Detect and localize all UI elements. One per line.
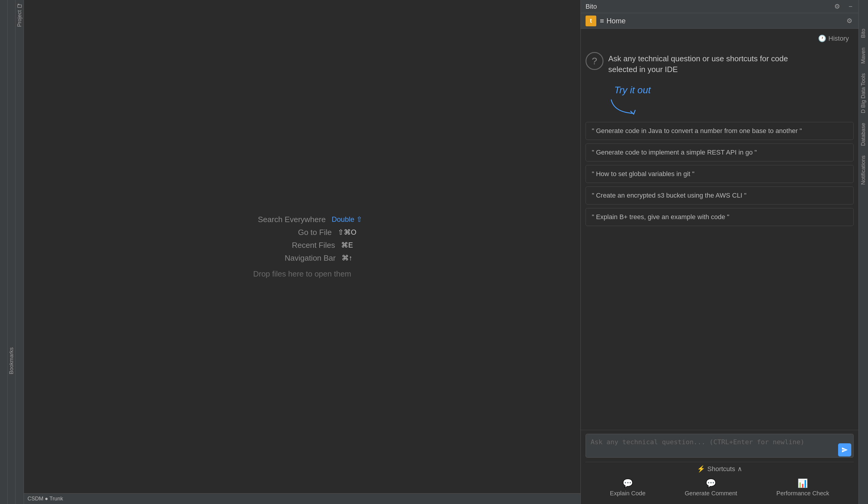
bito-title: Bito — [586, 3, 597, 10]
try-it-out-text: Try it out — [614, 85, 651, 95]
home-hamburger-icon: ≡ — [600, 17, 604, 25]
shortcuts-actions: 💬 Explain Code 💬 Generate Comment 📊 Perf… — [590, 476, 849, 501]
send-icon — [841, 446, 848, 453]
suggestion-item-4[interactable]: " Explain B+ trees, give an example with… — [586, 208, 854, 226]
shortcuts-bolt-icon: ⚡ — [697, 465, 705, 473]
history-button[interactable]: 🕐 History — [586, 32, 854, 45]
bito-send-button[interactable] — [838, 443, 851, 456]
shortcut-label-nav: Navigation Bar — [252, 254, 336, 263]
bito-titlebar: Bito ⚙ − — [581, 0, 858, 13]
generate-comment-label: Generate Comment — [685, 490, 737, 497]
bito-hero: ? Ask any technical question or use shor… — [586, 50, 854, 78]
status-bar-text: CSDM ● Trunk — [28, 496, 63, 502]
shortcut-explain-code[interactable]: 💬 Explain Code — [610, 478, 645, 497]
shortcut-recent-files: Recent Files ⌘E — [251, 241, 353, 250]
shortcuts-label: Shortcuts — [707, 465, 735, 473]
vertical-tab-bito[interactable]: Bito — [858, 24, 868, 43]
bito-hero-icon: ? — [586, 52, 603, 70]
bookmarks-sidebar: Bookmarks — [8, 0, 16, 504]
home-label: Home — [607, 17, 626, 25]
left-sidebar: Project — [16, 0, 24, 504]
suggestion-item-0[interactable]: " Generate code in Java to convert a num… — [586, 122, 854, 140]
main-ide-area: Search Everywhere Double ⇧ Go to File ⇧⌘… — [24, 0, 580, 504]
shortcut-key-recent: ⌘E — [341, 241, 353, 249]
suggestion-item-3[interactable]: " Create an encrypted s3 bucket using th… — [586, 186, 854, 205]
shortcut-search-everywhere: Search Everywhere Double ⇧ — [242, 215, 363, 224]
bito-avatar: t — [586, 16, 596, 26]
shortcuts-footer: ⚡ Shortcuts ∧ 💬 Explain Code 💬 Generate … — [586, 462, 854, 501]
bookmarks-label[interactable]: Bookmarks — [8, 347, 15, 374]
explain-code-label: Explain Code — [610, 490, 645, 497]
shortcut-goto-file: Go to File ⇧⌘O — [248, 228, 356, 237]
shortcut-key-nav: ⌘↑ — [342, 254, 352, 262]
bito-minimize-btn[interactable]: − — [847, 1, 854, 12]
shortcut-label-recent: Recent Files — [251, 241, 335, 250]
right-vertical-tabs: Bito Maven D Big Data Tools Database Not… — [858, 0, 868, 504]
bito-settings-btn[interactable]: ⚙ — [845, 16, 854, 26]
drop-files-label: Drop files here to open them — [253, 269, 351, 279]
shortcuts-header-btn[interactable]: ⚡ Shortcuts ∧ — [590, 465, 849, 476]
bito-input-wrapper — [586, 434, 854, 459]
shortcut-performance-check[interactable]: 📊 Performance Check — [776, 478, 829, 497]
try-it-out-arrow — [608, 97, 644, 115]
bito-navbar: t ≡ Home ⚙ — [581, 13, 858, 29]
vertical-tab-maven[interactable]: Maven — [858, 43, 868, 69]
explain-code-icon: 💬 — [623, 478, 633, 488]
bito-settings-title-btn[interactable]: ⚙ — [833, 1, 841, 12]
bito-question-input[interactable] — [586, 434, 854, 458]
bito-hero-text: Ask any technical question or use shortc… — [608, 52, 817, 75]
shortcut-label-search: Search Everywhere — [242, 215, 326, 224]
bito-nav-left: t ≡ Home — [586, 16, 626, 26]
performance-check-label: Performance Check — [776, 490, 829, 497]
performance-check-icon: 📊 — [797, 478, 808, 488]
shortcut-key-goto: ⇧⌘O — [338, 228, 356, 236]
suggestion-item-2[interactable]: " How to set global variables in git " — [586, 165, 854, 183]
vertical-tab-notifications[interactable]: Notifications — [858, 151, 868, 189]
shortcut-nav-bar: Navigation Bar ⌘↑ — [252, 254, 352, 263]
try-it-out-section: Try it out — [608, 85, 854, 115]
svg-rect-0 — [18, 4, 19, 4]
ide-drop-area[interactable]: Search Everywhere Double ⇧ Go to File ⇧⌘… — [24, 0, 580, 493]
vertical-tab-big-data[interactable]: D Big Data Tools — [858, 69, 868, 118]
project-label: Project — [17, 10, 23, 27]
bito-content: ? Ask any technical question or use shor… — [581, 45, 858, 430]
shortcut-key-search: Double ⇧ — [332, 215, 363, 224]
shortcuts-chevron-icon: ∧ — [737, 465, 742, 473]
bito-home-button[interactable]: ≡ Home — [600, 17, 626, 25]
svg-rect-1 — [18, 5, 21, 8]
history-clock-icon: 🕐 — [818, 35, 826, 42]
history-label: History — [828, 35, 849, 42]
shortcut-label-goto: Go to File — [248, 228, 332, 237]
project-icon[interactable] — [17, 2, 23, 9]
suggestion-item-1[interactable]: " Generate code to implement a simple RE… — [586, 144, 854, 162]
status-bar: CSDM ● Trunk — [24, 493, 580, 504]
bito-input-area: ⚡ Shortcuts ∧ 💬 Explain Code 💬 Generate … — [581, 430, 858, 504]
bito-panel: Bito ⚙ − t ≡ Home ⚙ 🕐 History — [580, 0, 858, 504]
shortcut-generate-comment[interactable]: 💬 Generate Comment — [685, 478, 737, 497]
bito-titlebar-actions: ⚙ − — [833, 1, 854, 12]
vertical-tab-database[interactable]: Database — [858, 118, 868, 151]
structure-sidebar: Structure — [0, 0, 8, 504]
generate-comment-icon: 💬 — [706, 478, 716, 488]
